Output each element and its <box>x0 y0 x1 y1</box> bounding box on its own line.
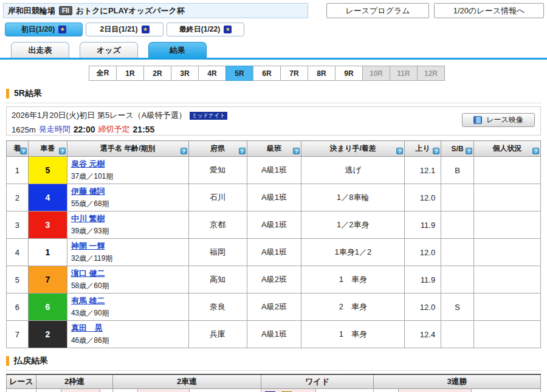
col-header-last-lap: 上り? <box>405 141 441 157</box>
race-video-button[interactable]: レース映像 <box>462 113 535 127</box>
status-cell <box>474 294 541 321</box>
race-button-11r: 11R <box>390 66 418 81</box>
payout-row-fuku: 5R 複 未発売 - 複 4-5 1,290円(6) 4-5 3-5 3-4 4… <box>7 388 541 392</box>
rank-cell: 3 <box>7 211 29 239</box>
race-date-title: 2026年1月20日(火)初日 第5レース（A級特予選） <box>12 110 186 121</box>
wide-amounts: 490円(6) 650円(9) 710円(10) <box>316 388 374 392</box>
tab-odds[interactable]: オッズ <box>80 42 138 58</box>
rank-cell: 1 <box>7 157 29 184</box>
col-header-status: 個人状況? <box>474 141 541 157</box>
margin-cell: 1 車身 <box>301 266 405 294</box>
racer-name-link[interactable]: 濵口 健二 <box>71 268 105 279</box>
help-icon[interactable]: ? <box>433 148 439 154</box>
col-header-2sharen: 2車連 <box>113 374 261 388</box>
race-video-label: レース映像 <box>486 115 523 125</box>
race-button-all[interactable]: 全R <box>89 66 117 81</box>
race-series-title: おトクにPLAYオッズパーク杯 <box>76 5 185 16</box>
star-icon: ★ <box>58 26 66 33</box>
rank-cell: 2 <box>7 184 29 211</box>
sb-cell: S <box>441 294 474 321</box>
racer-name-link[interactable]: 泉谷 元樹 <box>71 159 105 170</box>
wakuren-fuku-label: 複 <box>36 388 61 392</box>
race-button-9r[interactable]: 9R <box>335 66 363 81</box>
race-button-5r[interactable]: 5R <box>225 66 253 81</box>
race-button-1r[interactable]: 1R <box>116 66 144 81</box>
day-tab-bar: 初日(1/20) ★ 2日目(1/21) ★ 最終日(1/22) ★ <box>0 18 547 36</box>
help-icon[interactable]: ? <box>181 148 187 154</box>
top-bar: 岸和田競輪場 FII おトクにPLAYオッズパーク杯 レースプログラム 1/20… <box>0 0 547 18</box>
help-icon[interactable]: ? <box>20 148 27 154</box>
racer-name-link[interactable]: 中川 繁樹 <box>71 213 105 224</box>
rank-cell: 7 <box>7 321 29 348</box>
help-icon[interactable]: ? <box>396 148 403 154</box>
class-cell: A級1班 <box>247 211 301 239</box>
section-accent-bar <box>6 356 9 366</box>
wide-combos: 4-5 3-5 3-4 <box>261 388 316 392</box>
results-header-row: 着? 車番? 選手名 年齢/期別? 府県? 級班? 決まり手/着差? 上り? S… <box>7 141 541 157</box>
sb-cell <box>441 211 474 239</box>
racer-cell: 伊藤 健詞55歳／68期 <box>67 184 188 211</box>
race-button-6r[interactable]: 6R <box>253 66 281 81</box>
help-icon[interactable]: ? <box>466 148 472 154</box>
racer-age-period: 37歳／101期 <box>71 171 186 182</box>
sanren-fuku-combo: 3-4-5 <box>399 388 472 392</box>
race-number-bar: 全R 1R 2R 3R 4R 5R 6R 7R 8R 9R 10R 11R 12… <box>89 66 547 81</box>
bike-number-cell: 1 <box>28 239 67 266</box>
film-icon <box>473 116 482 124</box>
racer-name-link[interactable]: 神開 一輝 <box>71 241 105 252</box>
grade-badge: FII <box>59 6 72 15</box>
race-info-line2: 1625m 発走時間 22:00 締切予定 21:55 <box>12 124 535 135</box>
col-header-label: 車番 <box>40 144 55 153</box>
race-button-8r[interactable]: 8R <box>308 66 335 81</box>
results-table: 着? 車番? 選手名 年齢/期別? 府県? 級班? 決まり手/着差? 上り? S… <box>6 140 541 348</box>
close-time-label: 締切予定 <box>98 124 130 135</box>
col-header-class: 級班? <box>247 141 301 157</box>
prefecture-cell: 京都 <box>188 211 247 239</box>
payout-header-row: レース 2枠連 2車連 ワイド 3連勝 <box>7 374 541 388</box>
help-icon[interactable]: ? <box>239 148 246 154</box>
section-accent-bar <box>6 89 9 98</box>
racer-name-link[interactable]: 有馬 雄二 <box>71 295 105 306</box>
payout-race-no: 5R <box>7 388 36 392</box>
status-cell <box>474 157 541 184</box>
result-row: 2 4 伊藤 健詞55歳／68期 石川 A級1班 1／8車輪 12.0 <box>7 184 541 211</box>
race-button-3r[interactable]: 3R <box>171 66 199 81</box>
racer-name-link[interactable]: 伊藤 健詞 <box>71 186 105 197</box>
sb-cell <box>441 321 474 348</box>
wakuren-fuku-value: 未発売 <box>61 388 100 392</box>
racer-cell: 神開 一輝32歳／119期 <box>67 239 188 266</box>
help-icon[interactable]: ? <box>59 148 66 154</box>
racer-age-period: 55歳／68期 <box>71 199 186 209</box>
tab-results[interactable]: 結果 <box>148 42 207 58</box>
race-button-2r[interactable]: 2R <box>143 66 171 81</box>
rank-cell: 6 <box>7 294 29 321</box>
race-button-7r[interactable]: 7R <box>280 66 308 81</box>
col-header-label: 決まり手/着差 <box>330 144 376 153</box>
venue-title-box: 岸和田競輪場 FII おトクにPLAYオッズパーク杯 <box>3 3 308 18</box>
result-row: 6 6 有馬 雄二43歳／90期 奈良 A級2班 2 車身 12.0 S <box>7 294 541 321</box>
prefecture-cell: 高知 <box>188 266 247 294</box>
margin-cell: 2 車身 <box>301 294 405 321</box>
race-button-4r[interactable]: 4R <box>198 66 226 81</box>
day-tab-final[interactable]: 最終日(1/22) ★ <box>167 22 244 36</box>
racer-age-period: 32歳／119期 <box>71 253 186 264</box>
race-program-button[interactable]: レースプログラム <box>326 3 429 18</box>
racer-cell: 真田 晃46歳／86期 <box>67 321 188 348</box>
sb-cell <box>441 239 474 266</box>
col-header-margin: 決まり手/着差? <box>301 141 405 157</box>
day-tab-day1[interactable]: 初日(1/20) ★ <box>5 22 83 36</box>
last-lap-cell: 12.4 <box>405 321 441 348</box>
prefecture-cell: 福岡 <box>188 239 247 266</box>
racer-name-link[interactable]: 真田 晃 <box>71 323 103 334</box>
close-time-value: 21:55 <box>133 125 155 134</box>
sanren-fuku-label: 複 <box>374 388 399 392</box>
race-info-button[interactable]: 1/20のレース情報へ <box>434 3 544 18</box>
class-cell: A級1班 <box>247 321 301 348</box>
day-tab-day2[interactable]: 2日目(1/21) ★ <box>86 22 163 36</box>
tab-entry-list[interactable]: 出走表 <box>11 42 69 58</box>
margin-cell: 1 車身 <box>301 321 405 348</box>
help-icon[interactable]: ? <box>293 148 300 154</box>
status-cell <box>474 184 541 211</box>
help-icon[interactable]: ? <box>532 148 539 154</box>
class-cell: A級1班 <box>247 184 301 211</box>
